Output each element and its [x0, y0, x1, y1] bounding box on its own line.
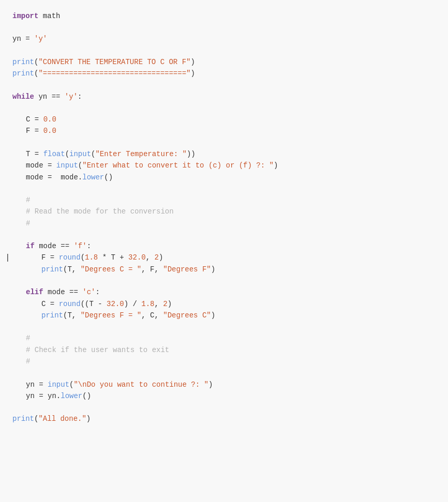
code-line-16 — [5, 183, 438, 194]
code-text-34: yn = yn.lower() — [10, 390, 91, 402]
code-line-35 — [5, 402, 438, 413]
code-line-20 — [5, 229, 438, 240]
code-text-29: # — [10, 332, 30, 344]
line-marker-22: | — [5, 254, 9, 262]
code-line-22: | F = round(1.8 * T + 32.0, 2) — [5, 252, 438, 263]
code-line-18: # Read the mode for the conversion — [5, 206, 438, 217]
code-line-3: yn = 'y' — [5, 33, 438, 44]
code-text-26: C = round((T - 32.0) / 1.8, 2) — [10, 298, 172, 310]
code-line-23: print(T, "Degrees C = ", F, "Degrees F") — [5, 264, 438, 275]
code-line-7 — [5, 80, 438, 91]
code-line-14: mode = input("Enter what to convert it t… — [5, 160, 438, 171]
code-line-10: C = 0.0 — [5, 114, 438, 125]
code-line-13: T = float(input("Enter Temperature: ")) — [5, 148, 438, 160]
code-text-33: yn = input("\nDo you want to continue ?:… — [10, 379, 213, 390]
code-line-6: print("=================================… — [5, 68, 438, 79]
code-text-19: # — [10, 218, 30, 229]
code-text-27: print(T, "Degrees F = ", C, "Degrees C") — [10, 310, 215, 321]
code-text-30: # Check if the user wants to exit — [10, 344, 169, 356]
code-line-5: print("CONVERT THE TEMPERATURE TO C OR F… — [5, 56, 438, 68]
code-text-5: print("CONVERT THE TEMPERATURE TO C OR F… — [10, 56, 195, 68]
code-line-9 — [5, 102, 438, 114]
code-line-30: # Check if the user wants to exit — [5, 344, 438, 356]
code-line-25: elif mode == 'c': — [5, 286, 438, 298]
code-line-2 — [5, 22, 438, 33]
code-line-26: C = round((T - 32.0) / 1.8, 2) — [5, 298, 438, 310]
code-text-15: mode = mode.lower() — [10, 172, 113, 183]
code-text-6: print("=================================… — [10, 68, 195, 79]
code-text-14: mode = input("Enter what to convert it t… — [10, 160, 278, 171]
code-text-22: F = round(1.8 * T + 32.0, 2) — [10, 252, 163, 263]
code-line-24 — [5, 275, 438, 286]
code-line-29: # — [5, 332, 438, 344]
code-text-23: print(T, "Degrees C = ", F, "Degrees F") — [10, 264, 215, 275]
code-text-17: # — [10, 194, 30, 206]
code-line-34: yn = yn.lower() — [5, 390, 438, 402]
code-editor: import math yn = 'y' print("CONVERT THE … — [0, 0, 448, 502]
code-text-11: F = 0.0 — [10, 125, 56, 136]
code-line-15: mode = mode.lower() — [5, 172, 438, 183]
code-line-28 — [5, 321, 438, 332]
code-text-21: if mode == 'f': — [10, 240, 91, 252]
code-line-36: print("All done.") — [5, 413, 438, 424]
code-line-1: import math — [5, 10, 438, 22]
code-line-8: while yn == 'y': — [5, 91, 438, 102]
code-text-36: print("All done.") — [10, 413, 91, 424]
code-text-31: # — [10, 356, 30, 367]
code-line-27: print(T, "Degrees F = ", C, "Degrees C") — [5, 310, 438, 321]
code-line-12 — [5, 137, 438, 148]
code-text-25: elif mode == 'c': — [10, 286, 100, 298]
code-line-32 — [5, 368, 438, 379]
code-line-19: # — [5, 218, 438, 229]
code-line-17: # — [5, 194, 438, 206]
code-text-1: import math — [10, 10, 60, 22]
code-text-10: C = 0.0 — [10, 114, 56, 125]
code-line-33: yn = input("\nDo you want to continue ?:… — [5, 379, 438, 390]
code-line-4 — [5, 45, 438, 56]
code-text-18: # Read the mode for the conversion — [10, 206, 174, 217]
code-line-11: F = 0.0 — [5, 125, 438, 136]
code-line-31: # — [5, 356, 438, 367]
code-text-8: while yn == 'y': — [10, 91, 82, 102]
code-text-13: T = float(input("Enter Temperature: ")) — [10, 148, 196, 160]
code-text-3: yn = 'y' — [10, 33, 47, 44]
code-line-21: if mode == 'f': — [5, 240, 438, 252]
